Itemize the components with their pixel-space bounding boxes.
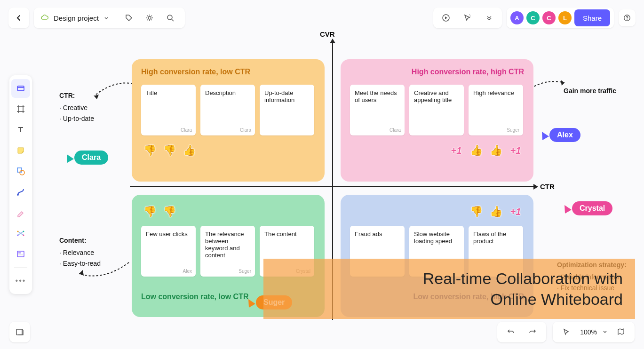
card-row: TitleClara DescriptionClara Up-to-date i… <box>141 85 315 135</box>
thumbs-up-icon[interactable]: 👍 <box>181 142 198 159</box>
sticky-card[interactable]: High relevanceSuger <box>469 85 523 135</box>
svg-rect-13 <box>18 252 21 254</box>
canvas[interactable]: CVR CTR High conversion rate, low CTR Ti… <box>0 0 644 349</box>
help-button[interactable] <box>619 9 636 26</box>
avatar[interactable]: C <box>526 11 540 24</box>
left-toolbar: ••• <box>9 75 32 294</box>
avatar[interactable]: C <box>542 11 556 24</box>
cursor-clara: Clara <box>65 151 108 165</box>
quadrant-high-cvr-high-ctr[interactable]: High conversion rate, high CTR Meet the … <box>341 59 533 182</box>
sticky-card[interactable]: Meet the needs of usersClara <box>350 85 405 135</box>
svg-point-8 <box>17 231 19 232</box>
pointer-spark-icon[interactable] <box>460 10 476 26</box>
tool-text[interactable] <box>11 120 30 139</box>
avatar[interactable]: A <box>510 11 524 24</box>
svg-point-10 <box>23 231 24 232</box>
pointer-mode-icon[interactable] <box>558 324 574 340</box>
sticky-card[interactable]: Up-to-date information <box>260 85 314 135</box>
sticky-card[interactable]: DescriptionClara <box>200 85 255 135</box>
play-icon[interactable] <box>438 10 454 26</box>
present-controls <box>433 8 502 28</box>
quadrant-title: Low conversion rate, low CTR <box>141 293 248 301</box>
reactions: 👎 👍 +1 <box>350 203 524 220</box>
tool-pen[interactable] <box>11 203 30 222</box>
axis-y-label: CVR <box>320 30 335 38</box>
quadrant-high-cvr-low-ctr[interactable]: High conversion rate, low CTR TitleClara… <box>132 59 325 182</box>
reactions: 👎 👎 <box>141 203 315 220</box>
svg-rect-14 <box>18 254 23 255</box>
thumbs-down-icon[interactable]: 👎 <box>141 203 158 220</box>
chevron-down-icon[interactable] <box>603 330 607 334</box>
chevron-down-icon <box>103 15 109 21</box>
sticky-card[interactable]: Few user clicksAlex <box>141 226 196 277</box>
undo-button[interactable] <box>503 324 519 340</box>
thumbs-up-icon[interactable]: 👍 <box>487 203 504 220</box>
thumbs-up-icon[interactable]: 👍 <box>487 142 504 159</box>
minimap-icon[interactable] <box>613 324 629 340</box>
thumbs-up-icon[interactable]: 👍 <box>468 142 485 159</box>
tag-icon[interactable] <box>121 10 137 26</box>
svg-point-7 <box>17 194 19 196</box>
tool-sticky-note[interactable] <box>11 141 30 160</box>
back-button[interactable] <box>8 8 29 28</box>
reactions: 👎 👎 👍 <box>141 142 315 159</box>
tool-select[interactable] <box>11 79 30 98</box>
card-row: Meet the needs of usersClara Creative an… <box>350 85 524 135</box>
cursor-crystal: Crystal <box>563 201 612 215</box>
annotation-ctr[interactable]: CTR: Creative Up-to-date <box>59 90 94 124</box>
svg-rect-4 <box>17 86 24 91</box>
project-name: Design project <box>54 14 99 22</box>
thumbs-down-icon[interactable]: 👎 <box>141 142 158 159</box>
project-selector[interactable]: Design project <box>34 8 185 28</box>
sticky-card[interactable]: Creative and appealing title <box>409 85 464 135</box>
overlay-banner: Real-time Collaboration with Online Whit… <box>263 259 635 319</box>
avatar[interactable]: L <box>558 11 572 24</box>
plus-one-icon[interactable]: +1 <box>448 142 465 159</box>
chevron-down-menu-icon[interactable] <box>481 10 497 26</box>
quadrant-title: High conversion rate, high CTR <box>350 68 524 76</box>
sticky-card[interactable]: TitleClara <box>141 85 196 135</box>
svg-rect-12 <box>17 251 24 257</box>
tool-template[interactable] <box>11 245 30 263</box>
bottom-right-controls: 100% <box>497 322 635 342</box>
reactions: +1 👍 👍 +1 <box>350 142 524 159</box>
svg-point-6 <box>20 170 24 175</box>
plus-one-icon[interactable]: +1 <box>507 142 524 159</box>
svg-point-9 <box>17 235 19 236</box>
svg-point-1 <box>167 15 172 20</box>
thumbs-down-icon[interactable]: 👎 <box>161 142 178 159</box>
svg-point-0 <box>148 16 151 19</box>
search-icon[interactable] <box>162 10 178 26</box>
svg-rect-5 <box>17 168 22 172</box>
pages-button[interactable] <box>9 322 30 342</box>
thumbs-down-icon[interactable]: 👎 <box>161 203 178 220</box>
annotation-gain-traffic[interactable]: Gain more traffic <box>564 86 616 96</box>
tool-more[interactable]: ••• <box>11 271 30 290</box>
thumbs-down-icon[interactable]: 👎 <box>468 203 485 220</box>
tool-shape[interactable] <box>11 162 30 181</box>
axis-x <box>130 186 534 187</box>
plus-one-icon[interactable]: +1 <box>507 203 524 220</box>
tool-frame[interactable] <box>11 100 30 119</box>
collaborators: A C C L Share <box>507 8 614 28</box>
svg-rect-15 <box>16 329 22 335</box>
annotation-content[interactable]: Content: Relevance Easy-to-read <box>59 235 101 269</box>
chevron-left-icon <box>15 14 23 22</box>
tool-mindmap[interactable] <box>11 224 30 243</box>
top-bar: Design project A C C L Share <box>0 7 644 29</box>
redo-button[interactable] <box>525 324 541 340</box>
sticky-card[interactable]: The relevance between keyword and conten… <box>200 226 255 277</box>
svg-point-11 <box>23 235 24 236</box>
cloud-icon <box>40 14 49 22</box>
cursor-alex: Alex <box>540 128 580 142</box>
tool-connector[interactable] <box>11 182 30 201</box>
axis-x-label: CTR <box>540 182 555 190</box>
quadrant-title: High conversion rate, low CTR <box>141 68 315 76</box>
dashed-arrow-ctr <box>90 80 135 103</box>
share-button[interactable]: Share <box>574 9 610 26</box>
gear-icon[interactable] <box>142 10 158 26</box>
zoom-level[interactable]: 100% <box>580 328 597 336</box>
